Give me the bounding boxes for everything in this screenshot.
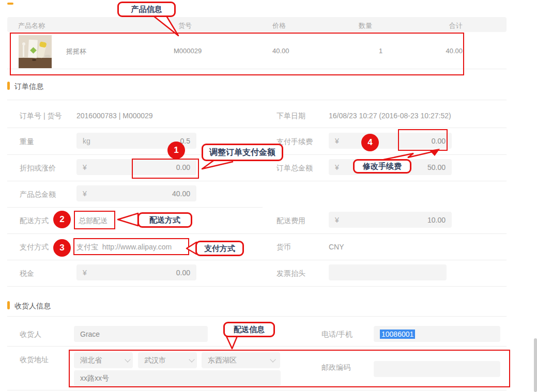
product-qty-cell: 1 [379, 47, 382, 55]
shipping-fee-value: 10.00 [427, 216, 446, 224]
annotation-badge-1: 1 [167, 142, 185, 159]
product-total-cell: 40.00 [437, 47, 463, 55]
shipping-fee-currency: ¥ [335, 216, 339, 224]
product-table-header [7, 17, 507, 32]
invoice-input[interactable] [329, 264, 447, 280]
discount-label: 折扣或涨价 [20, 164, 56, 173]
receiver-name-label: 收货人 [20, 330, 41, 339]
street-value: xx路xx号 [80, 374, 109, 383]
district-select[interactable]: 东西湖区 [202, 352, 280, 368]
annotation-badge-3: 3 [53, 239, 71, 257]
product-price-cell: 40.00 [272, 47, 289, 55]
divider-row5 [7, 233, 507, 234]
annotation-callout-payment-method: 支付方式 [195, 241, 244, 256]
payment-fee-currency: ¥ [335, 137, 339, 145]
receiver-section-title: 收货人信息 [14, 302, 51, 311]
weight-label: 重量 [20, 137, 34, 147]
divider-order-top [7, 100, 507, 100]
province-select[interactable]: 湖北省 [74, 352, 133, 368]
payment-method-value[interactable]: 支付宝 http://www.alipay.com [76, 243, 172, 252]
col-header-total: 合计 [439, 21, 463, 30]
order-detail-page: 产品名称 货号 价格 数量 合计 摇摇杯 M000029 40.00 1 40.… [0, 0, 537, 392]
shipping-fee-input[interactable]: ¥ 10.00 [329, 212, 452, 228]
weight-unit: kg [83, 137, 90, 145]
divider-row1 [7, 128, 507, 128]
divider-receiver-bottom [7, 390, 507, 390]
col-header-price: 价格 [272, 21, 286, 30]
currency-label: 货币 [277, 243, 291, 252]
col-header-product-name: 产品名称 [18, 21, 45, 30]
product-photo-shaker-cup [19, 35, 52, 68]
product-thumbnail [19, 35, 52, 68]
annotation-callout-shipping-method: 配送方式 [137, 212, 192, 228]
annotation-badge-2: 2 [53, 211, 71, 228]
discount-value: 0.00 [176, 163, 190, 171]
address-label: 收货地址 [20, 355, 49, 365]
order-section-bar [7, 82, 10, 90]
currency-value: CNY [329, 243, 344, 251]
order-no-label: 订单号 | 货号 [20, 112, 62, 121]
order-date-value: 16/08/23 10:27 (2016-08-23 10:27:52) [329, 112, 451, 120]
annotation-callout-delivery-info: 配送信息 [223, 322, 275, 337]
divider-receiver-row1 [7, 346, 507, 347]
city-select[interactable]: 武汉市 [138, 352, 197, 368]
col-header-qty: 数量 [359, 21, 372, 30]
top-section-bar-clipped [7, 3, 13, 5]
district-value: 东西湖区 [208, 356, 237, 365]
product-name-cell: 摇摇杯 [66, 47, 86, 56]
tax-value: 0.00 [176, 269, 190, 277]
receiver-name-value: Grace [80, 330, 100, 338]
discount-currency: ¥ [83, 163, 87, 171]
annotation-callout-modify-fee: 修改手续费 [353, 159, 411, 174]
divider-row6 [7, 260, 507, 260]
invoice-label: 发票抬头 [277, 269, 305, 278]
product-total-currency: ¥ [83, 190, 87, 198]
divider-row7 [7, 286, 507, 287]
divider-row4-left [7, 207, 263, 208]
order-total-value: 50.00 [427, 163, 446, 171]
order-total-currency: ¥ [335, 163, 339, 171]
phone-input[interactable]: 10086001 [374, 326, 500, 342]
divider-under-product-row [7, 69, 507, 69]
vertical-scrollbar-thumb[interactable] [534, 338, 537, 392]
product-sku-cell: M000029 [174, 47, 202, 55]
product-total-input[interactable]: ¥ 40.00 [76, 185, 196, 201]
product-total-label: 产品总金额 [20, 190, 56, 199]
shipping-method-label: 配送方式 [20, 216, 49, 226]
receiver-name-input[interactable]: Grace [74, 326, 208, 342]
province-value: 湖北省 [80, 356, 102, 365]
tax-label: 税金 [20, 269, 34, 278]
shipping-fee-label: 配送费用 [277, 216, 305, 226]
annotation-badge-4: 4 [361, 134, 379, 151]
annotation-callout-product-info: 产品信息 [117, 2, 176, 17]
payment-fee-value: 0.00 [432, 137, 446, 145]
receiver-section-bar [7, 301, 10, 309]
tax-input[interactable]: ¥ 0.00 [76, 264, 196, 280]
order-section-title: 订单信息 [14, 82, 43, 91]
order-total-label: 订单总金额 [277, 164, 313, 173]
street-input[interactable]: xx路xx号 [74, 370, 281, 386]
payment-fee-input[interactable]: ¥ 0.00 [329, 133, 452, 149]
phone-label: 电话/手机 [321, 330, 352, 339]
city-value: 武汉市 [144, 356, 166, 365]
product-total-value: 40.00 [172, 190, 190, 198]
zip-label: 邮政编码 [321, 363, 350, 372]
shipping-method-value[interactable]: 总部配送 [79, 216, 108, 226]
tax-currency: ¥ [83, 269, 87, 277]
payment-method-label: 支付方式 [20, 243, 49, 252]
order-no-value: 2016000783 | M000029 [76, 112, 153, 120]
divider-row3 [7, 181, 507, 181]
divider-receiver-top [7, 316, 507, 317]
discount-input[interactable]: ¥ 0.00 [76, 159, 196, 175]
phone-value-selected: 10086001 [380, 330, 415, 339]
order-date-label: 下单日期 [277, 112, 305, 121]
zip-input[interactable] [374, 361, 500, 377]
annotation-callout-adjust-payment: 调整订单支付金额 [202, 144, 283, 161]
col-header-sku: 货号 [178, 21, 192, 30]
